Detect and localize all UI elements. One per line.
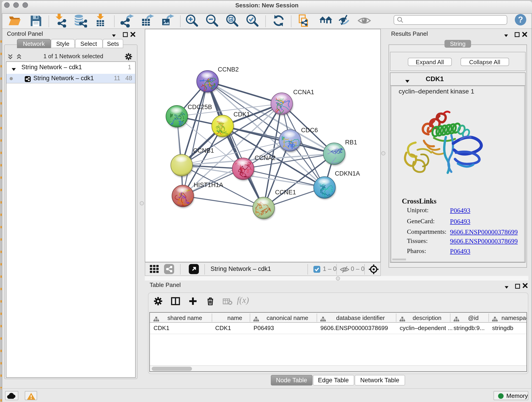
svg-text:?: ? bbox=[518, 15, 523, 24]
svg-text:HIST1H1A: HIST1H1A bbox=[193, 181, 223, 188]
svg-text:CDK1: CDK1 bbox=[233, 111, 250, 118]
svg-text:CDC25B: CDC25B bbox=[187, 103, 212, 110]
svg-text:CDC6: CDC6 bbox=[301, 127, 318, 133]
svg-text:CCNB1: CCNB1 bbox=[193, 147, 214, 154]
svg-text:CDKN1A: CDKN1A bbox=[335, 170, 360, 177]
svg-text:CCNE1: CCNE1 bbox=[275, 189, 296, 196]
svg-text:CCNA2: CCNA2 bbox=[254, 154, 275, 161]
svg-text:CCNB2: CCNB2 bbox=[217, 66, 239, 73]
svg-text:RB1: RB1 bbox=[345, 139, 357, 146]
svg-text:CCNA1: CCNA1 bbox=[293, 89, 314, 95]
